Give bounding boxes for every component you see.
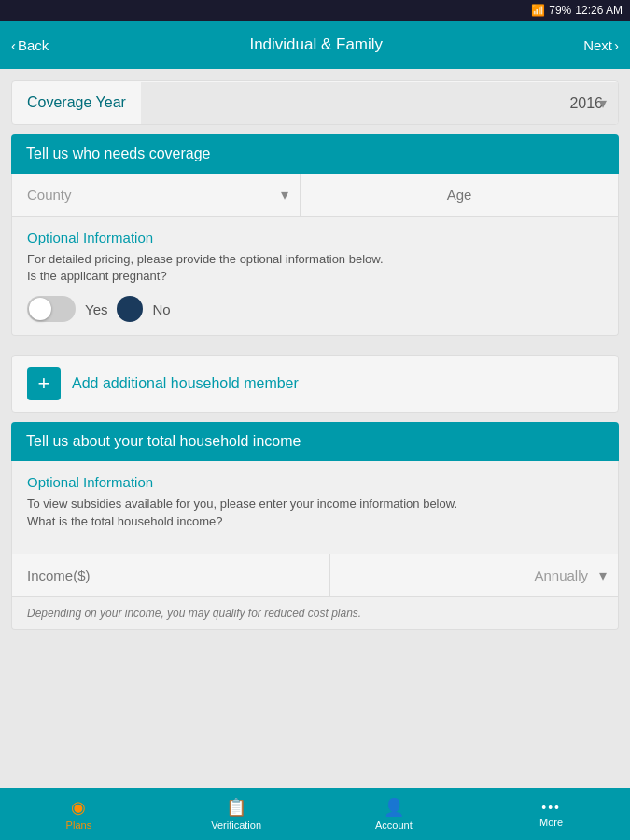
income-section: Tell us about your total household incom… (11, 422, 619, 638)
toggle-thumb (29, 298, 51, 320)
wifi-icon: 📶 (531, 4, 545, 17)
nav-item-account[interactable]: 👤 Account (315, 788, 473, 840)
status-icons: 📶 79% 12:26 AM (531, 4, 623, 17)
income-section-body: Optional Information To view subsidies a… (11, 461, 619, 629)
plans-icon: ◉ (71, 797, 86, 818)
pregnant-no-radio[interactable] (117, 296, 143, 322)
income-input[interactable] (12, 554, 330, 596)
income-optional-desc: To view subsidies available for you, ple… (27, 496, 603, 529)
account-icon: 👤 (384, 797, 404, 818)
more-icon: ••• (541, 800, 561, 815)
annually-select-wrap: Annually Monthly Weekly (330, 554, 618, 596)
next-button[interactable]: Next › (583, 37, 619, 53)
coverage-optional-desc: For detailed pricing, please provide the… (27, 251, 603, 285)
income-optional-section: Optional Information To view subsidies a… (12, 461, 618, 553)
coverage-year-label: Coverage Year (12, 81, 141, 124)
back-button[interactable]: ‹ Back (11, 37, 49, 53)
verification-icon: 📋 (226, 797, 246, 818)
coverage-optional-title: Optional Information (27, 230, 603, 245)
coverage-year-select[interactable]: 2016 2017 2018 (141, 82, 618, 124)
next-chevron-icon: › (614, 37, 619, 53)
plans-label: Plans (66, 819, 92, 831)
income-row: Annually Monthly Weekly (12, 554, 618, 597)
back-label: Back (18, 37, 49, 53)
age-input[interactable] (301, 174, 618, 216)
coverage-section-body: County Optional Information For detailed… (11, 174, 619, 336)
more-label: More (539, 817, 563, 828)
coverage-optional-section: Optional Information For detailed pricin… (12, 217, 618, 335)
bottom-nav: ◉ Plans 📋 Verification 👤 Account ••• Mor… (0, 788, 630, 840)
annually-select[interactable]: Annually Monthly Weekly (330, 554, 618, 596)
content-spacer (11, 649, 619, 777)
coverage-section: Tell us who needs coverage County Option… (11, 134, 619, 345)
battery-label: 79% (549, 4, 571, 17)
county-age-row: County (12, 174, 618, 217)
yes-label: Yes (85, 301, 107, 317)
status-bar: 📶 79% 12:26 AM (0, 0, 630, 21)
back-chevron-icon: ‹ (11, 37, 16, 53)
coverage-section-header: Tell us who needs coverage (11, 134, 619, 174)
content-area: Coverage Year 2016 2017 2018 Tell us who… (0, 69, 630, 788)
toggle-track (27, 296, 76, 322)
nav-item-more[interactable]: ••• More (472, 788, 630, 840)
pregnant-yes-toggle[interactable] (27, 296, 76, 322)
no-label: No (152, 301, 170, 317)
page-title: Individual & Family (249, 35, 383, 54)
income-note: Depending on your income, you may qualif… (12, 597, 618, 629)
income-section-header: Tell us about your total household incom… (11, 422, 619, 461)
coverage-year-select-wrap: 2016 2017 2018 (141, 82, 618, 124)
next-label: Next (583, 37, 612, 53)
add-member-row[interactable]: + Add additional household member (11, 355, 619, 413)
county-select[interactable]: County (12, 174, 300, 216)
top-nav: ‹ Back Individual & Family Next › (0, 21, 630, 69)
add-member-label: Add additional household member (72, 375, 299, 392)
income-optional-title: Optional Information (27, 474, 603, 490)
time-label: 12:26 AM (575, 4, 623, 17)
verification-label: Verification (211, 819, 261, 831)
nav-item-plans[interactable]: ◉ Plans (0, 788, 158, 840)
add-member-icon: + (27, 367, 61, 400)
nav-item-verification[interactable]: 📋 Verification (158, 788, 315, 840)
county-select-wrap: County (12, 174, 301, 216)
pregnant-toggle-row: Yes No (27, 296, 603, 322)
account-label: Account (375, 819, 413, 831)
coverage-year-row: Coverage Year 2016 2017 2018 (11, 80, 619, 125)
